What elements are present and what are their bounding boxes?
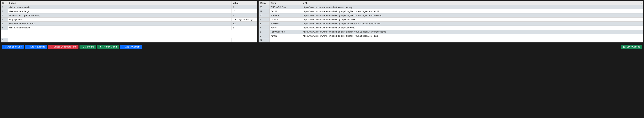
option-value-cell[interactable]: 2 — [232, 26, 257, 30]
term-url-cell[interactable]: https://www.tmssoftware.com/site/blog.as… — [302, 18, 643, 22]
options-panel: ID Option Value 1Minimum term length32Ma… — [1, 1, 258, 42]
term-weight-cell: 38 — [258, 5, 270, 9]
table-row[interactable]: 1Minimum term length3 — [1, 5, 257, 9]
option-name-cell[interactable]: Force case ( upper / lower / no ) — [8, 14, 232, 18]
term-name-cell[interactable]: FontAwesome — [270, 30, 302, 34]
terms-table-header: Weight ▼ Term ▲ URL ▲ — [258, 1, 643, 5]
option-name-cell[interactable]: Minimum term length — [8, 5, 232, 9]
sort-neutral-icon: ▲ — [299, 2, 301, 4]
term-url-cell[interactable]: https://www.tmssoftware.com/site/blog.as… — [302, 26, 643, 30]
term-name-cell[interactable]: JSON — [270, 26, 302, 30]
term-name-cell[interactable]: Bootstrap — [270, 14, 302, 18]
save-icon — [623, 46, 626, 48]
option-name-cell[interactable]: Maximum number of terms — [8, 22, 232, 26]
terms-col-term-label: Term — [271, 2, 276, 4]
term-weight-cell: 8 — [258, 22, 270, 26]
term-url-cell[interactable]: https://www.tmssoftware.com/site/blog.as… — [302, 9, 643, 14]
term-url-cell[interactable]: https://www.tmssoftware.com/site/tmswebc… — [302, 5, 643, 9]
term-name-cell[interactable]: XData — [270, 34, 302, 38]
option-value-cell[interactable]: no — [232, 14, 257, 18]
terms-table-body: 38TMS WEB Corehttps://www.tmssoftware.co… — [258, 5, 643, 38]
generate-label: Generate — [85, 46, 94, 48]
terms-new-url-cell[interactable] — [302, 38, 643, 42]
option-name-cell[interactable]: Maximum term length — [8, 9, 232, 14]
table-row[interactable]: 37Delphihttps://www.tmssoftware.com/site… — [258, 9, 643, 14]
add-to-exclude-label: Add to Exclude — [30, 46, 45, 48]
option-id-cell: 5 — [1, 22, 8, 26]
app-root: ID Option Value 1Minimum term length32Ma… — [0, 0, 644, 50]
option-value-cell[interactable]: 15 — [232, 9, 257, 14]
terms-table-footer: 39 — [258, 38, 643, 42]
svg-point-1 — [83, 47, 84, 48]
table-row[interactable]: 10Bootstraphttps://www.tmssoftware.com/s… — [258, 14, 643, 18]
terms-col-url[interactable]: URL ▲ — [302, 1, 643, 5]
terms-col-weight[interactable]: Weight ▼ — [258, 1, 270, 5]
options-new-value-input[interactable] — [233, 39, 256, 42]
table-row[interactable]: 8FlatPickrhttps://www.tmssoftware.com/si… — [258, 22, 643, 26]
options-new-option-input[interactable] — [9, 39, 230, 42]
term-url-cell[interactable]: https://www.tmssoftware.com/site/blog.as… — [302, 14, 643, 18]
terms-col-term[interactable]: Term ▲ — [270, 1, 302, 5]
redraw-cloud-button[interactable]: Redraw Cloud — [97, 44, 119, 49]
delete-generated-term-button[interactable]: Delete Generated Term — [48, 44, 79, 49]
options-table-header: ID Option Value — [1, 1, 257, 5]
table-row[interactable]: 6Minimum term weight2 — [1, 26, 257, 30]
options-table-body-scroll[interactable]: 1Minimum term length32Maximum term lengt… — [1, 5, 257, 38]
plus-icon — [27, 46, 29, 48]
delete-generated-term-label: Delete Generated Term — [54, 46, 76, 48]
tables-row: ID Option Value 1Minimum term length32Ma… — [0, 0, 644, 43]
option-value-cell[interactable]: 200 — [232, 22, 257, 26]
toolbar: Add to Include Add to Exclude Delete Gen… — [1, 44, 643, 50]
add-to-content-label: Add to Content — [125, 46, 140, 48]
options-col-value[interactable]: Value — [232, 1, 257, 5]
table-row[interactable]: 5Maximum number of terms200 — [1, 22, 257, 26]
terms-new-term-input[interactable] — [271, 39, 301, 42]
terms-new-weight: 39 — [258, 38, 270, 42]
options-col-option[interactable]: Option — [8, 1, 232, 5]
table-row[interactable]: 7JSONhttps://www.tmssoftware.com/site/bl… — [258, 26, 643, 30]
term-url-cell[interactable]: https://www.tmssoftware.com/site/blog.as… — [302, 22, 643, 26]
option-value-cell[interactable]: ;:,+=-_!@#%^&*<>(){}[]"/? — [232, 18, 257, 22]
sort-neutral-icon: ▲ — [640, 2, 642, 4]
plus-icon — [4, 46, 6, 48]
trash-icon — [50, 46, 52, 48]
table-row[interactable]: 9Tabulatorhttps://www.tmssoftware.com/si… — [258, 18, 643, 22]
options-new-row[interactable]: 6 — [1, 38, 257, 42]
term-url-cell[interactable]: https://www.tmssoftware.com/site/blog.as… — [302, 34, 643, 38]
terms-new-row[interactable]: 39 — [258, 38, 643, 42]
term-url-cell[interactable]: https://www.tmssoftware.com/site/blog.as… — [302, 30, 643, 34]
term-weight-cell: 6 — [258, 30, 270, 34]
terms-table-body-scroll[interactable]: 38TMS WEB Corehttps://www.tmssoftware.co… — [258, 5, 643, 38]
term-weight-cell: 5 — [258, 34, 270, 38]
options-new-option-cell[interactable] — [8, 38, 232, 42]
table-row[interactable]: 6FontAwesomehttps://www.tmssoftware.com/… — [258, 30, 643, 34]
terms-new-term-cell[interactable] — [270, 38, 302, 42]
term-weight-cell: 9 — [258, 18, 270, 22]
add-to-content-button[interactable]: Add to Content — [120, 44, 142, 49]
generate-button[interactable]: Generate — [80, 44, 96, 49]
term-name-cell[interactable]: FlatPickr — [270, 22, 302, 26]
add-to-include-button[interactable]: Add to Include — [2, 44, 24, 49]
options-col-id[interactable]: ID — [1, 1, 8, 5]
terms-new-url-input[interactable] — [303, 39, 642, 42]
term-name-cell[interactable]: Tabulator — [270, 18, 302, 22]
table-row[interactable]: 38TMS WEB Corehttps://www.tmssoftware.co… — [258, 5, 643, 9]
term-name-cell[interactable]: TMS WEB Core — [270, 5, 302, 9]
table-row[interactable]: 3Force case ( upper / lower / no )no — [1, 14, 257, 18]
option-name-cell[interactable]: Minimum term weight — [8, 26, 232, 30]
table-row[interactable]: 4Strip symbols;:,+=-_!@#%^&*<>(){}[]"/? — [1, 18, 257, 22]
terms-col-weight-label: Weight — [260, 2, 267, 4]
add-to-exclude-button[interactable]: Add to Exclude — [25, 44, 47, 49]
save-options-button[interactable]: Save Options — [621, 44, 642, 49]
table-row[interactable]: 5XDatahttps://www.tmssoftware.com/site/b… — [258, 34, 643, 38]
gears-icon — [82, 46, 84, 48]
plus-icon — [122, 46, 124, 48]
option-id-cell: 2 — [1, 9, 8, 14]
option-name-cell[interactable]: Strip symbols — [8, 18, 232, 22]
option-id-cell: 1 — [1, 5, 8, 9]
options-new-value-cell[interactable] — [232, 38, 257, 42]
table-row[interactable]: 2Maximum term length15 — [1, 9, 257, 14]
term-name-cell[interactable]: Delphi — [270, 9, 302, 14]
option-value-cell[interactable]: 3 — [232, 5, 257, 9]
sort-desc-icon: ▼ — [268, 2, 270, 4]
